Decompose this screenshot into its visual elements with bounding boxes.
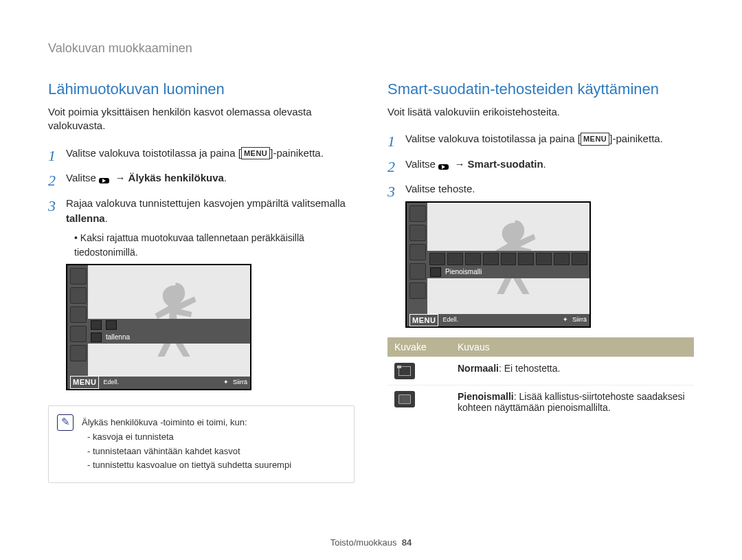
option-label: Pienoismalli: [445, 267, 482, 277]
note-item: kasvoja ei tunnisteta: [93, 430, 344, 444]
screen-footer: MENU Edell. ✦ Siirrä: [407, 314, 589, 326]
tool-icon: [409, 205, 426, 222]
step-2: 2 Valitse → Smart-suodatin.: [387, 157, 694, 172]
step-number: 2: [48, 169, 56, 192]
cell-desc: Pienoismalli: Lisää kallistus-siirtoteho…: [451, 385, 694, 418]
play-icon: [438, 164, 449, 170]
step-2-text-pre: Valitse: [66, 172, 99, 183]
left-column: Lähimuotokuvan luominen Voit poimia yksi…: [48, 80, 355, 483]
step-number: 3: [48, 194, 56, 217]
cell-icon: [387, 385, 451, 418]
tool-icon: [70, 326, 87, 342]
step-2-link: Smart-suodatin: [468, 158, 543, 170]
move-label: Siirrä: [572, 315, 587, 325]
step-1-text-pre: Valitse valokuva toistotilassa ja paina …: [66, 147, 241, 159]
back-label: Edell.: [442, 315, 458, 325]
note-box: ✎ Älykäs henkilökuva -toiminto ei toimi,…: [48, 405, 355, 483]
step-3-text-a: Rajaa valokuva tunnistettujen kasvojen y…: [66, 197, 346, 209]
thumb-icon: [465, 253, 481, 265]
step-number: 1: [387, 130, 395, 153]
step-3-bold: tallenna: [66, 212, 105, 224]
tool-icon: [70, 268, 87, 284]
thumb-icon: [501, 253, 517, 265]
note-intro: Älykäs henkilökuva -toiminto ei toimi, k…: [82, 416, 344, 429]
tool-icon: [409, 263, 426, 280]
cell-desc: Normaali: Ei tehostetta.: [451, 357, 694, 385]
cell-icon: [387, 357, 451, 385]
camera-screen-right: Pienoismalli MENU Edell. ✦ Siirrä: [405, 201, 591, 328]
step-2: 2 Valitse → Älykäs henkilökuva.: [48, 170, 355, 186]
step-1-text-pre: Valitse valokuva toistotilassa ja paina …: [405, 133, 581, 144]
lead-smart-filter: Voit lisätä valokuviin erikoistehosteita…: [387, 105, 694, 119]
tool-icon: [409, 225, 426, 241]
thumb-icon: [106, 320, 117, 330]
menu-chip-icon: MENU: [409, 314, 438, 327]
camera-screen-left: tallenna MENU Edell. ✦ Siirrä: [66, 264, 251, 390]
tool-icon: [409, 244, 426, 260]
thumb-icon: [536, 253, 552, 265]
move-icon: ✦: [223, 378, 229, 388]
option-row: [88, 319, 250, 331]
step-1-text-post: ]-painiketta.: [609, 133, 663, 144]
footer-page: 84: [402, 537, 412, 548]
miniature-icon: [394, 391, 415, 407]
thumb-icon: [429, 253, 445, 265]
heading-smart-filter: Smart-suodatin-tehosteiden käyttäminen: [387, 80, 694, 98]
step-number: 2: [387, 155, 395, 178]
tool-icon: [70, 287, 87, 304]
icon-table: Kuvake Kuvaus Normaali: Ei tehostetta. P…: [387, 337, 694, 418]
screen-footer: MENU Edell. ✦ Siirrä: [67, 377, 250, 389]
step-number: 3: [387, 180, 395, 203]
note-icon: ✎: [57, 414, 74, 431]
row2-bold: Pienoismalli: [458, 391, 514, 402]
step-3: 3 Valitse tehoste.: [387, 181, 694, 328]
thumb-icon: [554, 253, 570, 265]
th-desc: Kuvaus: [451, 337, 694, 357]
row1-bold: Normaali: [458, 363, 499, 374]
thumb-icon: [447, 253, 463, 265]
note-list: kasvoja ei tunnisteta tunnistetaan vähin…: [82, 430, 344, 472]
option-icon: [91, 333, 102, 342]
step-number: 1: [48, 144, 56, 167]
step-2-text-pre: Valitse: [405, 158, 438, 170]
table-row: Normaali: Ei tehostetta.: [387, 357, 694, 385]
filter-thumbs: [427, 251, 589, 266]
tool-icon: [70, 345, 87, 361]
page-footer: Toisto/muokkaus 84: [0, 537, 742, 548]
step-1: 1 Valitse valokuva toistotilassa ja pain…: [48, 146, 355, 161]
footer-section: Toisto/muokkaus: [330, 537, 397, 548]
right-column: Smart-suodatin-tehosteiden käyttäminen V…: [387, 80, 694, 483]
move-label: Siirrä: [233, 378, 247, 388]
tool-icon: [409, 282, 426, 299]
step-3-text-c: .: [105, 212, 108, 224]
option-icon: [430, 267, 441, 277]
step-1: 1 Valitse valokuva toistotilassa ja pain…: [387, 131, 694, 147]
step-3: 3 Rajaa valokuva tunnistettujen kasvojen…: [48, 196, 355, 390]
row1-rest: : Ei tehostetta.: [499, 363, 561, 374]
table-row: Pienoismalli: Lisää kallistus-siirtoteho…: [387, 385, 694, 418]
menu-chip: MENU: [241, 147, 270, 160]
thumb-icon: [483, 253, 499, 265]
step-1-text-post: ]-painiketta.: [270, 147, 324, 159]
thumb-icon: [518, 253, 534, 265]
menu-chip-icon: MENU: [70, 376, 99, 389]
heading-close-up: Lähimuotokuvan luominen: [48, 80, 355, 98]
selected-option: Pienoismalli: [427, 266, 589, 278]
option-label: tallenna: [106, 332, 130, 342]
menu-chip: MENU: [581, 133, 609, 146]
lead-close-up: Voit poimia yksittäisen henkilön kasvot …: [48, 105, 355, 133]
move-icon: ✦: [563, 315, 568, 325]
thumb-icon: [572, 253, 587, 265]
back-label: Edell.: [103, 378, 119, 388]
th-icon: Kuvake: [387, 337, 451, 357]
effect-off-icon: [394, 363, 415, 379]
note-item: tunnistetaan vähintään kahdet kasvot: [93, 445, 344, 458]
side-toolbar: [67, 265, 88, 389]
step-2-link: Älykäs henkilökuva: [128, 172, 224, 183]
note-item: tunnistettu kasvoalue on tiettyä suhdett…: [93, 458, 344, 472]
side-toolbar: [407, 203, 427, 326]
step-3-text: Valitse tehoste.: [405, 183, 475, 194]
selected-option: tallenna: [88, 331, 250, 344]
thumb-icon: [91, 320, 102, 330]
tool-icon: [70, 306, 87, 323]
